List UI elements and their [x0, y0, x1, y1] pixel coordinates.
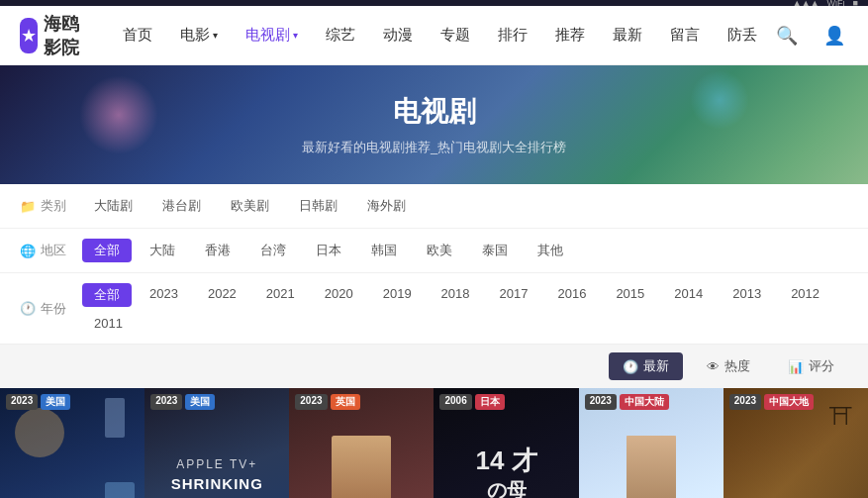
region-filter-row: 🌐 地区 全部 大陆 香港 台湾 日本 韩国 欧美 泰国 其他	[0, 229, 868, 273]
nav-item-variety[interactable]: 综艺	[312, 6, 369, 65]
nav-item-special[interactable]: 专题	[427, 6, 484, 65]
jp-title-line2: の母	[487, 477, 527, 498]
region-th[interactable]: 泰国	[470, 239, 520, 262]
card-1-badges: 2023 美国	[6, 394, 70, 410]
year-2013[interactable]: 2013	[721, 283, 773, 307]
nav-item-recommend[interactable]: 推荐	[541, 6, 599, 65]
nav-item-message[interactable]: 留言	[656, 6, 714, 65]
sort-hot-button[interactable]: 👁 热度	[693, 352, 764, 380]
year-tags: 全部 2023 2022 2021 2020 2019 2018 2017 20…	[82, 283, 848, 334]
region-all[interactable]: 全部	[82, 239, 132, 262]
card-6-region-badge: 中国大地	[764, 394, 814, 410]
category-tags: 大陆剧 港台剧 欧美剧 日韩剧 海外剧	[82, 194, 418, 218]
card-4-badges: 2006 日本	[439, 394, 504, 410]
region-mainland[interactable]: 大陆	[138, 239, 187, 262]
nav-item-anime[interactable]: 动漫	[369, 6, 427, 65]
category-overseas[interactable]: 海外剧	[355, 194, 418, 218]
card-3-region-badge: 英国	[331, 394, 360, 410]
tv-arrow-icon: ▾	[293, 30, 298, 41]
movie-card-1[interactable]: 2023 美国 Ea	[0, 388, 145, 498]
signal-icon: ▲▲▲	[793, 0, 820, 8]
year-2022[interactable]: 2022	[196, 283, 248, 307]
year-filter-row: 🕐 年份 全部 2023 2022 2021 2020 2019 2018 20…	[0, 273, 868, 344]
category-us-eu[interactable]: 欧美剧	[219, 194, 281, 218]
region-other[interactable]: 其他	[526, 239, 575, 262]
sort-score-button[interactable]: 📊 评分	[774, 352, 848, 380]
year-2023[interactable]: 2023	[138, 283, 190, 307]
year-2014[interactable]: 2014	[662, 283, 715, 307]
category-label: 📁 类别	[20, 197, 74, 215]
card-4-region-badge: 日本	[475, 394, 505, 410]
movie-card-6[interactable]: ⛩ 2023 中国大地	[723, 388, 868, 498]
sort-latest-button[interactable]: 🕐 最新	[609, 352, 683, 380]
hero-banner: 电视剧 最新好看的电视剧推荐_热门电视剧大全排行榜	[0, 65, 868, 184]
year-2020[interactable]: 2020	[313, 283, 365, 307]
card-6-year-badge: 2023	[729, 394, 761, 410]
filter-section: 📁 类别 大陆剧 港台剧 欧美剧 日韩剧 海外剧 🌐 地区 全部 大陆 香港 台…	[0, 184, 868, 345]
year-2018[interactable]: 2018	[430, 283, 482, 307]
sort-bar: 🕐 最新 👁 热度 📊 评分	[0, 345, 868, 388]
year-all[interactable]: 全部	[82, 283, 132, 307]
card-5-badges: 2023 中国大陆	[585, 394, 669, 410]
chart-sort-icon: 📊	[788, 359, 804, 374]
year-2019[interactable]: 2019	[371, 283, 424, 307]
card-2-region-badge: 美国	[185, 394, 215, 410]
nav-right-icons: 🔍 👤 🕐	[771, 20, 868, 51]
category-hk-tw[interactable]: 港台剧	[150, 194, 213, 218]
nav-item-home[interactable]: 首页	[109, 6, 166, 65]
nav-item-movies[interactable]: 电影 ▾	[166, 6, 232, 65]
card-1-region-badge: 美国	[41, 394, 70, 410]
logo[interactable]: ★ 海鸥影院	[20, 12, 79, 59]
region-tw[interactable]: 台湾	[248, 239, 298, 262]
year-2016[interactable]: 2016	[545, 283, 598, 307]
region-tags: 全部 大陆 香港 台湾 日本 韩国 欧美 泰国 其他	[82, 239, 575, 262]
shrinking-title: SHRINKING	[171, 475, 263, 492]
clock-sort-icon: 🕐	[623, 359, 638, 374]
topbar-icons: ▲▲▲ WiFi ■	[793, 0, 858, 6]
movie-card-4[interactable]: 14 才 の母 2006 日本	[434, 388, 578, 498]
header: ★ 海鸥影院 首页 电影 ▾ 电视剧 ▾ 综艺 动漫 专题 排行 推荐 最新 留…	[0, 6, 868, 65]
logo-star-icon: ★	[20, 18, 38, 53]
nav-item-tv[interactable]: 电视剧 ▾	[232, 6, 312, 65]
nav-item-ranking[interactable]: 排行	[484, 6, 541, 65]
category-mainland[interactable]: 大陆剧	[82, 194, 145, 218]
movie-card-5[interactable]: 2023 中国大陆	[579, 388, 723, 498]
card-5-region-badge: 中国大陆	[620, 394, 669, 410]
region-label: 🌐 地区	[20, 242, 74, 259]
nav-item-prevent-loss[interactable]: 防丢	[714, 6, 771, 65]
category-filter-row: 📁 类别 大陆剧 港台剧 欧美剧 日韩剧 海外剧	[0, 184, 868, 229]
user-button[interactable]: 👤	[819, 20, 850, 51]
category-kr-jp[interactable]: 日韩剧	[287, 194, 349, 218]
card-2-badges: 2023 美国	[150, 394, 215, 410]
year-label: 🕐 年份	[20, 300, 74, 318]
movies-arrow-icon: ▾	[213, 30, 218, 41]
wifi-icon: WiFi	[827, 0, 845, 8]
eye-sort-icon: 👁	[707, 359, 720, 374]
year-2011[interactable]: 2011	[82, 313, 135, 334]
region-hk[interactable]: 香港	[193, 239, 242, 262]
year-2017[interactable]: 2017	[488, 283, 540, 307]
card-3-badges: 2023 英国	[295, 394, 359, 410]
movie-card-3[interactable]: 2023 英国	[289, 388, 434, 498]
year-2015[interactable]: 2015	[604, 283, 656, 307]
movie-card-2[interactable]: APPLE TV+ SHRINKING 2023 美国	[145, 388, 289, 498]
main-nav: 首页 电影 ▾ 电视剧 ▾ 综艺 动漫 专题 排行 推荐 最新 留言 防丢	[109, 6, 771, 65]
hero-title: 电视剧	[393, 93, 476, 131]
battery-icon: ■	[853, 0, 858, 8]
clock-icon: 🕐	[20, 301, 36, 316]
year-2021[interactable]: 2021	[254, 283, 307, 307]
card-6-badges: 2023 中国大地	[729, 394, 814, 410]
hero-subtitle: 最新好看的电视剧推荐_热门电视剧大全排行榜	[302, 139, 566, 156]
card-2-year-badge: 2023	[150, 394, 182, 410]
globe-icon: 🌐	[20, 244, 36, 258]
folder-icon: 📁	[20, 199, 36, 214]
region-kr[interactable]: 韩国	[359, 239, 409, 262]
region-us[interactable]: 欧美	[415, 239, 464, 262]
year-2012[interactable]: 2012	[779, 283, 831, 307]
nav-item-latest[interactable]: 最新	[599, 6, 656, 65]
card-1-year-badge: 2023	[6, 394, 38, 410]
region-jp[interactable]: 日本	[304, 239, 353, 262]
search-button[interactable]: 🔍	[771, 20, 803, 51]
jp-title-line1: 14 才	[475, 446, 536, 476]
logo-text: 海鸥影院	[44, 12, 79, 59]
